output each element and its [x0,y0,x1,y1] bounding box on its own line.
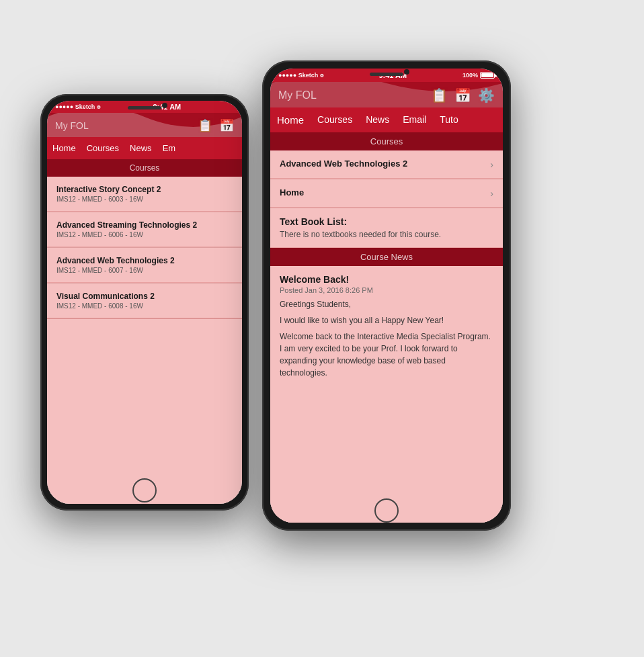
news-body: Greetings Students, I would like to wish… [280,298,493,379]
nav-news[interactable]: News [124,137,157,159]
course-item-3[interactable]: Advanced Web Technologies 2 IMS12 - MMED… [47,248,242,283]
p2-course-name-2: Home [280,187,304,198]
phone-1: ●●●●● Sketch ⌾ 9:41 AM My FOL 📋 [40,94,249,511]
news-date: Posted Jan 3, 2016 8:26 PM [280,286,493,294]
course-name-3: Advanced Web Technologies 2 [56,256,233,265]
nav-courses[interactable]: Courses [81,137,124,159]
calendar-icon-2[interactable]: 📅 [454,87,471,103]
course-item-1[interactable]: Interactive Story Concept 2 IMS12 - MMED… [47,177,242,212]
phone-2-app-header: My FOL 📋 📅 ⚙️ [270,82,503,107]
course-name-1: Interactive Story Concept 2 [56,185,233,194]
news-para-1: Greetings Students, [280,298,493,310]
news-article-title: Welcome Back! [280,274,493,285]
phone-2-camera [404,69,409,75]
news-para-2: I would like to wish you all a Happy New… [280,314,493,326]
phone-2-signal: ●●●●● Sketch ⌾ [278,72,323,79]
chevron-right-icon-1: › [490,159,493,170]
nav-home[interactable]: Home [47,137,81,159]
phone-1-nav-bar: Home Courses News Em [47,137,242,159]
document-icon-2[interactable]: 📋 [431,87,448,103]
phone-2-section-header: Courses [270,132,503,150]
battery-bar-icon [480,72,495,79]
phone-2-header-icons: 📋 📅 ⚙️ [431,87,495,103]
phone-2-battery: 100% [462,72,495,79]
phone-1-speaker [128,106,161,110]
course-code-2: IMS12 - MMED - 6006 - 16W [56,231,233,238]
document-icon[interactable]: 📋 [198,118,212,133]
p2-course-item-1[interactable]: Advanced Web Technologies 2 › [270,150,503,179]
news-section: Welcome Back! Posted Jan 3, 2016 8:26 PM… [270,266,503,523]
course-item-2[interactable]: Advanced Streaming Technologies 2 IMS12 … [47,212,242,247]
phone-2-nav-bar: Home Courses News Email Tuto [270,107,503,132]
nav-2-home[interactable]: Home [270,107,311,132]
phone-2: ●●●●● Sketch ⌾ 9:41 AM 100% [262,60,511,531]
course-name-4: Visual Communications 2 [56,292,233,301]
course-code-1: IMS12 - MMED - 6003 - 16W [56,195,233,203]
nav-2-courses[interactable]: Courses [311,107,359,132]
course-item-4[interactable]: Visual Communications 2 IMS12 - MMED - 6… [47,283,242,318]
textbook-section: Text Book List: There is no textbooks ne… [270,208,503,248]
nav-email[interactable]: Em [157,137,182,159]
wave-decoration [47,113,242,137]
phone-2-news-header: Course News [270,248,503,266]
course-code-3: IMS12 - MMED - 6007 - 16W [56,267,233,274]
phone-2-content: Advanced Web Technologies 2 › Home › Tex… [270,150,503,523]
phone-1-signal: ●●●●● Sketch ⌾ [55,103,100,110]
chevron-right-icon-2: › [490,188,493,199]
phone-2-screen: ●●●●● Sketch ⌾ 9:41 AM 100% [270,69,503,523]
phone-1-home-button[interactable] [132,478,157,502]
textbook-body: There is no textbooks needed for this co… [280,230,493,239]
phone-2-speaker [370,73,403,76]
nav-2-email[interactable]: Email [396,107,433,132]
phone-1-section-header: Courses [47,159,242,177]
p2-course-name-1: Advanced Web Technologies 2 [280,159,407,169]
scene: ●●●●● Sketch ⌾ 9:41 AM My FOL 📋 [0,0,644,657]
nav-2-tutor[interactable]: Tuto [433,107,465,132]
calendar-icon[interactable]: 📅 [219,118,234,133]
nav-2-news[interactable]: News [359,107,396,132]
phone-1-app-header: My FOL 📋 📅 [47,113,242,137]
divider-bottom [47,318,242,319]
p2-course-item-2[interactable]: Home › [270,179,503,208]
news-para-3: Welcome back to the Interactive Media Sp… [280,331,493,379]
textbook-title: Text Book List: [280,216,493,227]
settings-icon[interactable]: ⚙️ [478,87,495,103]
course-name-2: Advanced Streaming Technologies 2 [56,220,233,230]
phone-1-course-list: Interactive Story Concept 2 IMS12 - MMED… [47,177,242,504]
phone-2-home-button[interactable] [374,498,399,523]
phone-1-camera [162,103,167,108]
phone-1-screen: ●●●●● Sketch ⌾ 9:41 AM My FOL 📋 [47,101,242,504]
course-code-4: IMS12 - MMED - 6008 - 16W [56,302,233,310]
